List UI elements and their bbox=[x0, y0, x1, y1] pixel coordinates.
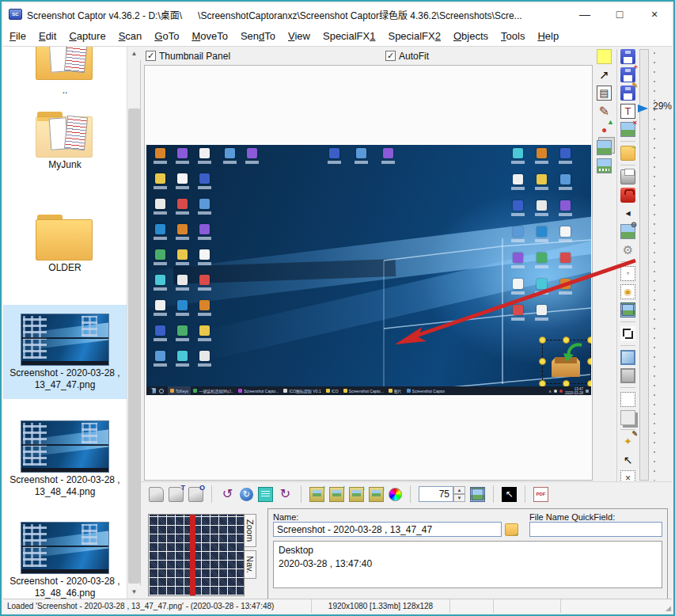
menu-view[interactable]: View bbox=[282, 27, 317, 45]
color-adjust-icon[interactable] bbox=[389, 488, 402, 501]
menu-moveto[interactable]: MoveTo bbox=[185, 27, 234, 45]
image-canvas[interactable]: TcKeys一键装机还原[MyJ...Screenshot Capto...IC… bbox=[144, 65, 593, 481]
menu-help[interactable]: Help bbox=[531, 27, 565, 45]
quickfield-input[interactable] bbox=[529, 522, 662, 537]
file-info-panel: Zoom Nav. Name: Screenshot - 2020-03-28 … bbox=[141, 506, 672, 602]
print-icon[interactable] bbox=[620, 169, 635, 184]
image-stack-icon[interactable] bbox=[597, 140, 612, 155]
spinner-value[interactable]: 75 bbox=[419, 486, 453, 502]
frame-image-icon[interactable] bbox=[620, 302, 635, 318]
settings-gears-icon[interactable]: ⚙ bbox=[620, 242, 635, 257]
scan-text-icon[interactable]: T bbox=[169, 487, 184, 502]
scroll-down-icon[interactable]: ▼ bbox=[127, 585, 141, 599]
resize-grip-icon[interactable]: ◢ bbox=[666, 604, 671, 612]
shadow-box-icon[interactable] bbox=[620, 410, 635, 425]
desktop-icon bbox=[150, 275, 170, 297]
sidebar-item-screenshot-3[interactable]: Screenshot - 2020-03-28 , 13_48_46.png bbox=[3, 522, 127, 601]
save-as-icon[interactable]: + bbox=[620, 67, 635, 82]
collapse-arrow-icon[interactable]: ◀ bbox=[620, 206, 635, 221]
panel-gray-icon[interactable] bbox=[620, 368, 635, 383]
rotate-left-icon[interactable]: ↺ bbox=[220, 487, 235, 502]
copy-selection-icon[interactable]: ↑ bbox=[329, 487, 344, 502]
thumbnail-frame-icon[interactable] bbox=[470, 487, 485, 502]
scroll-up-icon[interactable]: ▲ bbox=[127, 47, 141, 60]
desktop-icon bbox=[172, 173, 192, 196]
menu-specialfx1[interactable]: SpecialFX1 bbox=[317, 27, 381, 45]
comments-box[interactable]: Desktop 2020-03-28 , 13:47:40 bbox=[273, 541, 662, 588]
edit-external-icon[interactable]: ✎ bbox=[620, 86, 635, 101]
status-segment bbox=[450, 599, 494, 613]
panel-blue-icon[interactable] bbox=[620, 350, 635, 365]
menu-tools[interactable]: Tools bbox=[495, 27, 531, 45]
cursor-capture-icon[interactable]: ↖ bbox=[502, 487, 517, 502]
minimize-button[interactable]: — bbox=[567, 4, 602, 25]
zoom-slider-track[interactable] bbox=[639, 49, 649, 481]
orientation-icon[interactable]: ↻ bbox=[240, 488, 253, 501]
autofit-checkbox[interactable]: ✓ bbox=[385, 51, 396, 61]
menu-scan[interactable]: Scan bbox=[112, 27, 149, 45]
zoom-ruler[interactable]: 29% bbox=[638, 49, 675, 481]
close-button[interactable]: × bbox=[637, 4, 672, 25]
dotted-frame-icon[interactable] bbox=[620, 392, 635, 407]
color-swatch-icon[interactable] bbox=[597, 49, 612, 64]
menu-goto[interactable]: GoTo bbox=[148, 27, 185, 45]
rotate-right-icon[interactable]: ↻ bbox=[278, 487, 293, 502]
watermark-image-icon[interactable] bbox=[597, 158, 612, 173]
save-icon[interactable] bbox=[620, 49, 635, 64]
sidebar-item-label: MyJunk bbox=[3, 158, 127, 173]
clipart-shapes-icon[interactable]: ●▲ bbox=[597, 122, 612, 137]
menu-objects[interactable]: Objects bbox=[447, 27, 495, 45]
taskbar-clock: 13:47 2020-03-28 bbox=[565, 387, 583, 395]
thumbnail-panel-checkbox[interactable]: ✓ bbox=[146, 51, 156, 61]
effects-wand-icon[interactable]: ✦✎ bbox=[620, 434, 635, 449]
scrollbar-thumb[interactable] bbox=[128, 108, 140, 584]
sidebar-scrollbar[interactable]: ▲ ▼ bbox=[127, 47, 140, 599]
zoom-preview-panel[interactable] bbox=[148, 514, 245, 596]
menu-sendto[interactable]: SendTo bbox=[234, 27, 282, 45]
menu-edit[interactable]: Edit bbox=[32, 27, 63, 45]
spinner-up-icon[interactable]: ▲ bbox=[453, 486, 465, 494]
desktop-icon bbox=[150, 300, 170, 322]
sidebar-item-screenshot-2[interactable]: Screenshot - 2020-03-28 , 13_48_44.png bbox=[3, 420, 127, 500]
text-lines-icon[interactable] bbox=[258, 487, 273, 502]
sidebar-item-older[interactable]: OLDER bbox=[3, 215, 127, 276]
pdf-export-icon[interactable]: PDF bbox=[533, 487, 548, 502]
tab-zoom[interactable]: Zoom bbox=[245, 514, 256, 547]
jpeg-quality-spinner[interactable]: 75 ▲ ▼ bbox=[419, 486, 465, 502]
sidebar-item-myjunk[interactable]: MyJunk bbox=[3, 112, 127, 173]
toolbox-icon[interactable] bbox=[620, 188, 635, 203]
desktop-icon-grid-mid bbox=[324, 148, 404, 170]
spinner-down-icon[interactable]: ▼ bbox=[453, 494, 465, 502]
loaded-screenshot-image[interactable]: TcKeys一键装机还原[MyJ...Screenshot Capto...IC… bbox=[146, 145, 591, 395]
object-selection-handles[interactable] bbox=[542, 340, 591, 384]
sidebar-item-parent[interactable]: .. bbox=[3, 47, 127, 98]
text-tool-icon[interactable]: T bbox=[620, 104, 635, 119]
crop-icon[interactable] bbox=[620, 326, 635, 341]
caption-note-icon[interactable]: ▤ bbox=[597, 86, 612, 101]
move-copy-file-icon[interactable]: → bbox=[620, 146, 635, 161]
image-tools-icon[interactable]: ⚙ bbox=[620, 224, 635, 239]
tab-nav[interactable]: Nav. bbox=[245, 550, 256, 579]
copy-to-clipboard-icon[interactable]: ↑ bbox=[309, 487, 324, 502]
desktop-icon bbox=[555, 253, 575, 275]
menu-specialfx2[interactable]: SpecialFX2 bbox=[381, 27, 446, 45]
menu-bar: FileEditCaptureScanGoToMoveToSendToViewS… bbox=[3, 25, 672, 47]
menu-capture[interactable]: Capture bbox=[63, 27, 112, 45]
sidebar-item-screenshot-1[interactable]: Screenshot - 2020-03-28 , 13_47_47.png bbox=[3, 305, 127, 399]
select-region-icon[interactable]: ▫ bbox=[620, 266, 635, 281]
brush-icon[interactable]: ✎ bbox=[597, 104, 612, 119]
paste-from-clipboard-icon[interactable]: ↓ bbox=[349, 487, 364, 502]
name-input[interactable]: Screenshot - 2020-03-28 , 13_47_47 bbox=[273, 522, 502, 537]
pen-arrow-icon[interactable]: ↗ bbox=[597, 67, 612, 82]
rename-apply-icon[interactable]: → bbox=[505, 523, 518, 536]
select-object-icon[interactable]: ◉ bbox=[620, 284, 635, 299]
scan-icon[interactable] bbox=[149, 487, 164, 502]
delete-image-icon[interactable]: × bbox=[620, 122, 635, 137]
zoom-pointer-icon[interactable] bbox=[638, 105, 648, 112]
menu-file[interactable]: File bbox=[3, 27, 32, 45]
pointer-tool-icon[interactable]: ↖ bbox=[620, 452, 635, 467]
scan-ocr-icon[interactable]: O bbox=[188, 487, 203, 502]
paste-new-icon[interactable]: ↓ bbox=[369, 487, 384, 502]
maximize-button[interactable]: □ bbox=[602, 4, 637, 25]
desktop-icon bbox=[172, 351, 192, 373]
